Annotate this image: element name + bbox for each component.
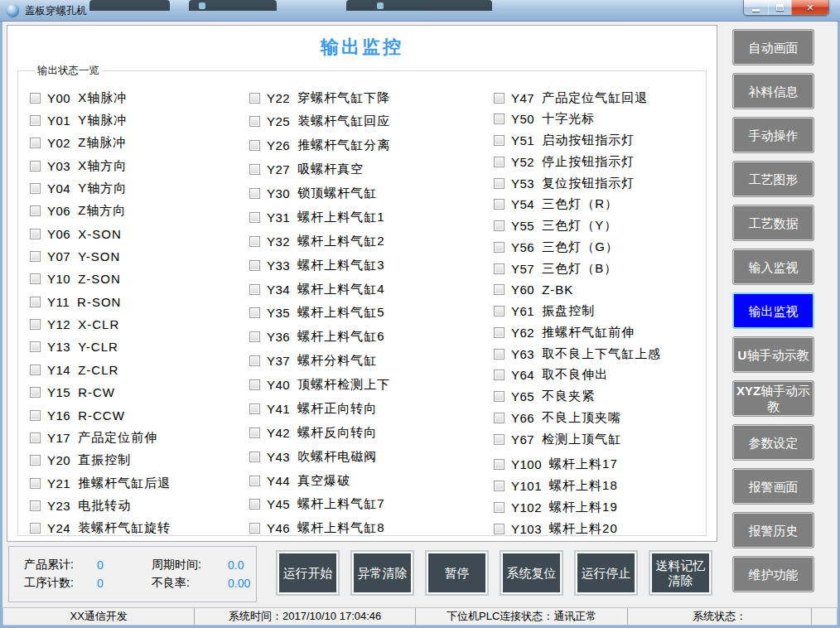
maximize-button[interactable] [768, 0, 791, 15]
output-row-Y17[interactable]: Y17产品定位前伸 [30, 429, 249, 446]
checkbox-Y57[interactable] [494, 263, 504, 274]
sidebar-button-5[interactable]: 输入监视 [732, 249, 814, 285]
checkbox-Y10[interactable] [30, 273, 41, 284]
checkbox-Y101[interactable] [494, 481, 504, 491]
output-row-Y67[interactable]: Y67检测上顶气缸 [494, 431, 706, 447]
output-row-Y10[interactable]: Y10Z-SON [30, 271, 249, 287]
close-button[interactable]: ✕ [791, 0, 828, 15]
output-row-Y06[interactable]: Y06Z轴方向 [30, 203, 249, 220]
checkbox-Y33[interactable] [249, 260, 260, 271]
checkbox-Y31[interactable] [249, 212, 260, 223]
output-row-Y01[interactable]: Y01Y轴脉冲 [30, 112, 249, 128]
output-row-Y41[interactable]: Y41螺杆正向转向 [249, 400, 494, 417]
output-row-Y103[interactable]: Y103螺杆上料20 [494, 520, 706, 537]
output-row-Y55[interactable]: Y55三色灯（Y） [494, 218, 706, 234]
output-row-Y27[interactable]: Y27吸螺杆真空 [249, 162, 494, 178]
checkbox-Y06[interactable] [30, 205, 41, 216]
output-row-Y57[interactable]: Y57三色灯（B） [494, 260, 706, 277]
checkbox-Y13[interactable] [30, 341, 41, 352]
output-row-Y65[interactable]: Y65不良夹紧 [494, 389, 706, 405]
checkbox-Y04[interactable] [30, 183, 41, 194]
checkbox-Y103[interactable] [494, 524, 504, 534]
output-row-Y56[interactable]: Y56三色灯（G） [494, 239, 706, 255]
output-row-Y34[interactable]: Y34螺杆上料气缸4 [249, 281, 494, 297]
checkbox-Y67[interactable] [494, 434, 504, 445]
checkbox-Y15[interactable] [30, 387, 41, 398]
output-row-Y61[interactable]: Y61振盘控制 [494, 303, 706, 320]
checkbox-Y20[interactable] [30, 455, 41, 466]
checkbox-Y02[interactable] [30, 138, 41, 148]
output-row-Y46[interactable]: Y46螺杆上料气缸8 [249, 520, 494, 537]
checkbox-Y44[interactable] [249, 476, 260, 486]
checkbox-Y25[interactable] [249, 116, 260, 127]
checkbox-Y50[interactable] [494, 114, 504, 124]
checkbox-Y102[interactable] [494, 502, 504, 513]
sidebar-button-0[interactable]: 自动画面 [732, 29, 814, 65]
output-row-Y12[interactable]: Y12X-CLR [30, 316, 249, 333]
output-row-Y33[interactable]: Y33螺杆上料气缸3 [249, 257, 494, 273]
output-row-Y63[interactable]: Y63取不良上下气缸上感 [494, 345, 706, 362]
sidebar-button-1[interactable]: 补料信息 [732, 73, 814, 109]
sidebar-button-10[interactable]: 报警画面 [732, 468, 814, 505]
action-button-1[interactable]: 异常清除 [350, 550, 414, 596]
checkbox-Y06[interactable] [30, 229, 41, 239]
output-row-Y45[interactable]: Y45螺杆上料气缸7 [249, 496, 494, 513]
action-button-4[interactable]: 运行停止 [574, 550, 638, 596]
checkbox-Y23[interactable] [30, 500, 41, 511]
checkbox-Y56[interactable] [494, 242, 504, 253]
output-row-Y22[interactable]: Y22穿螺杆气缸下降 [249, 89, 494, 106]
checkbox-Y43[interactable] [249, 452, 260, 462]
output-row-Y25[interactable]: Y25装螺杆气缸回应 [249, 114, 494, 130]
checkbox-Y12[interactable] [30, 319, 41, 330]
output-row-Y30[interactable]: Y30锁顶螺杆气缸 [249, 186, 494, 202]
output-row-Y64[interactable]: Y64取不良伸出 [494, 367, 706, 384]
checkbox-Y24[interactable] [30, 523, 41, 534]
checkbox-Y27[interactable] [249, 164, 260, 175]
checkbox-Y03[interactable] [30, 161, 41, 171]
sidebar-button-12[interactable]: 维护功能 [732, 556, 814, 592]
checkbox-Y64[interactable] [494, 370, 504, 380]
checkbox-Y17[interactable] [30, 432, 41, 443]
output-row-Y51[interactable]: Y51启动按钮指示灯 [494, 133, 706, 149]
action-button-0[interactable]: 运行开始 [276, 550, 340, 596]
output-row-Y31[interactable]: Y31螺杆上料气缸1 [249, 209, 494, 225]
sidebar-button-11[interactable]: 报警历史 [732, 512, 814, 548]
output-row-Y44[interactable]: Y44真空爆破 [249, 472, 494, 489]
sidebar-button-3[interactable]: 工艺图形 [732, 161, 814, 197]
output-row-Y07[interactable]: Y07Y-SON [30, 249, 249, 265]
output-row-Y00[interactable]: Y00X轴脉冲 [30, 89, 249, 106]
output-row-Y50[interactable]: Y50十字光标 [494, 111, 706, 128]
sidebar-button-9[interactable]: 参数设定 [732, 424, 814, 461]
output-row-Y102[interactable]: Y102螺杆上料19 [494, 499, 706, 515]
output-row-Y43[interactable]: Y43吹螺杆电磁阀 [249, 448, 494, 465]
output-row-Y54[interactable]: Y54三色灯（R） [494, 196, 706, 213]
output-row-Y06[interactable]: Y06X-SON [30, 225, 249, 242]
checkbox-Y22[interactable] [249, 93, 260, 104]
output-row-Y23[interactable]: Y23电批转动 [30, 497, 249, 514]
checkbox-Y61[interactable] [494, 306, 504, 316]
checkbox-Y100[interactable] [494, 459, 504, 470]
checkbox-Y07[interactable] [30, 251, 41, 262]
checkbox-Y32[interactable] [249, 236, 260, 247]
action-button-3[interactable]: 系统复位 [500, 550, 563, 596]
output-row-Y32[interactable]: Y32螺杆上料气缸2 [249, 233, 494, 249]
sidebar-button-8[interactable]: XYZ轴手动示教 [732, 380, 814, 417]
output-row-Y40[interactable]: Y40顶螺杆检测上下 [249, 377, 494, 394]
checkbox-Y42[interactable] [249, 428, 260, 438]
output-row-Y62[interactable]: Y62推螺杆气缸前伸 [494, 324, 706, 341]
output-row-Y15[interactable]: Y15R-CW [30, 384, 249, 401]
checkbox-Y60[interactable] [494, 284, 504, 295]
checkbox-Y16[interactable] [30, 410, 41, 421]
output-row-Y11[interactable]: Y11R-SON [30, 293, 249, 310]
checkbox-Y14[interactable] [30, 365, 41, 375]
output-row-Y37[interactable]: Y37螺杆分料气缸 [249, 353, 494, 370]
checkbox-Y45[interactable] [249, 499, 260, 510]
output-row-Y16[interactable]: Y16R-CCW [30, 407, 249, 423]
checkbox-Y21[interactable] [30, 478, 41, 489]
checkbox-Y37[interactable] [249, 355, 260, 366]
sidebar-button-6[interactable]: 输出监视 [732, 292, 814, 329]
output-row-Y52[interactable]: Y52停止按钮指示灯 [494, 153, 706, 170]
checkbox-Y34[interactable] [249, 284, 260, 295]
checkbox-Y62[interactable] [494, 327, 504, 338]
sidebar-button-4[interactable]: 工艺数据 [732, 205, 814, 241]
